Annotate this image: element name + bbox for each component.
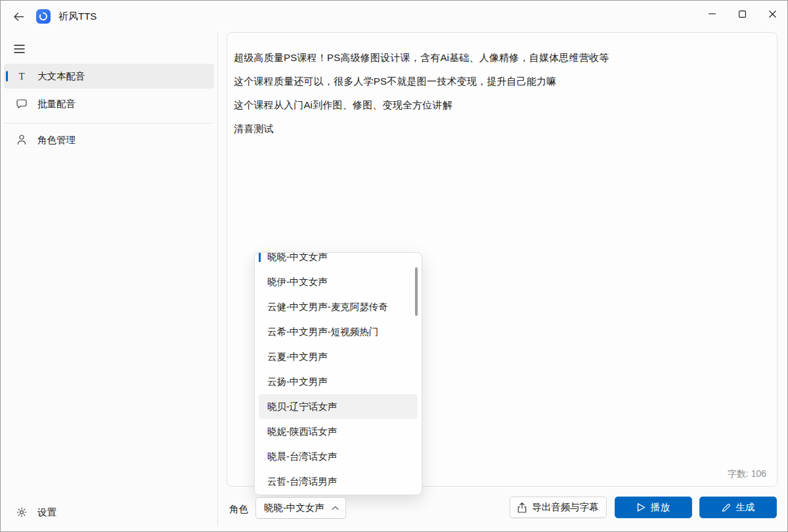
gear-icon: [16, 507, 28, 518]
sidebar-item-large-text-dubbing[interactable]: T 大文本配音: [4, 64, 214, 89]
hamburger-icon: [14, 45, 25, 53]
text-icon: T: [16, 71, 28, 82]
minimize-icon: [709, 13, 716, 14]
voice-option-label: 晓妮-陕西话女声: [267, 426, 337, 437]
back-button[interactable]: [9, 7, 28, 26]
title-bar: 祈风TTS: [1, 1, 787, 32]
editor-paragraph: 这个课程从入门Ai到作图、修图、变现全方位讲解: [234, 100, 766, 110]
menu-toggle-button[interactable]: [7, 39, 31, 58]
maximize-button[interactable]: [727, 1, 757, 27]
voice-option-selected[interactable]: 晓晓-中文女声: [259, 252, 418, 269]
voice-select[interactable]: 晓晓-中文女声: [255, 497, 346, 519]
sidebar-item-batch-dubbing[interactable]: 批量配音: [4, 91, 214, 116]
sidebar: T 大文本配音 批量配音 角色管理: [1, 32, 217, 531]
popup-scrollbar[interactable]: [415, 267, 418, 316]
selection-indicator: [6, 71, 8, 81]
voice-option[interactable]: 云健-中文男声-麦克阿瑟传奇: [259, 294, 418, 319]
app-title: 祈风TTS: [58, 11, 97, 23]
voice-option[interactable]: 晓伊-中文女声: [259, 269, 418, 294]
voice-option-label: 晓伊-中文女声: [267, 277, 328, 287]
voice-option-label: 晓晓-中文女声: [267, 252, 328, 262]
close-button[interactable]: [757, 1, 787, 27]
app-logo-icon: [36, 9, 51, 24]
selection-indicator: [259, 252, 261, 262]
content-divider: [217, 32, 218, 526]
sidebar-item-label: 角色管理: [37, 134, 76, 146]
chat-bubble-icon: [16, 99, 28, 109]
voice-option[interactable]: 云哲-台湾话男声: [259, 469, 418, 494]
editor-paragraph: 超级高质量PS课程！PS高级修图设计课，含有Ai基础、人像精修，自媒体思维营收等: [234, 53, 766, 62]
sidebar-item-settings[interactable]: 设置: [4, 500, 214, 525]
app-window: 祈风TTS T 大文本配音: [0, 0, 788, 532]
play-button[interactable]: 播放: [615, 497, 692, 518]
voice-option-label: 云希-中文男声-短视频热门: [267, 326, 378, 337]
voice-option-label: 云健-中文男声-麦克阿瑟传奇: [267, 301, 388, 312]
voice-option-label: 云夏-中文男声: [267, 351, 328, 362]
voice-option-label: 云扬-中文男声: [267, 376, 328, 387]
sidebar-item-label: 大文本配音: [37, 70, 85, 83]
voice-option[interactable]: 云扬-中文男声: [259, 369, 418, 394]
voice-option-hovered[interactable]: 晓贝-辽宁话女声: [259, 394, 418, 419]
voice-dropdown-popup: 晓晓-中文女声 晓伊-中文女声 云健-中文男声-麦克阿瑟传奇 云希-中文男声-短…: [254, 252, 422, 495]
maximize-icon: [739, 11, 746, 18]
generate-button-label: 生成: [736, 501, 755, 514]
voice-option[interactable]: 云夏-中文男声: [259, 344, 418, 369]
sidebar-divider: [4, 123, 214, 123]
sidebar-item-role-management[interactable]: 角色管理: [4, 127, 214, 152]
word-count-label: 字数: 106: [728, 468, 766, 480]
generate-button[interactable]: 生成: [699, 497, 777, 518]
share-export-icon: [517, 502, 527, 513]
sidebar-item-label: 设置: [37, 506, 56, 519]
chevron-up-icon: [332, 506, 339, 510]
pen-icon: [722, 503, 731, 512]
role-label: 角色: [229, 503, 248, 516]
person-icon: [16, 135, 28, 145]
voice-option[interactable]: 晓妮-陕西话女声: [259, 419, 418, 444]
voice-option[interactable]: 晓晨-台湾话女声: [259, 444, 418, 469]
sidebar-item-label: 批量配音: [37, 98, 76, 110]
minimize-button[interactable]: [697, 1, 727, 27]
voice-option-label: 云哲-台湾话男声: [267, 476, 337, 487]
editor-paragraph: 这个课程质量还可以，很多人学PS不就是图一技术变现，提升自己能力嘛: [234, 76, 766, 86]
back-arrow-icon: [13, 12, 24, 22]
voice-option[interactable]: 云希-中文男声-短视频热门: [259, 319, 418, 344]
play-icon: [637, 502, 646, 512]
export-audio-subtitle-button[interactable]: 导出音频与字幕: [510, 497, 607, 518]
voice-option-label: 晓晨-台湾话女声: [267, 451, 337, 462]
window-controls: [697, 1, 787, 27]
editor-paragraph: 清喜测试: [234, 123, 766, 133]
export-button-label: 导出音频与字幕: [532, 501, 599, 514]
voice-select-value: 晓晓-中文女声: [264, 502, 324, 514]
play-button-label: 播放: [651, 501, 670, 514]
bottom-bar: 角色 晓晓-中文女声 导出音频与字幕 播放 生成: [218, 491, 787, 531]
voice-option-label: 晓贝-辽宁话女声: [267, 401, 337, 412]
close-icon: [769, 11, 776, 18]
